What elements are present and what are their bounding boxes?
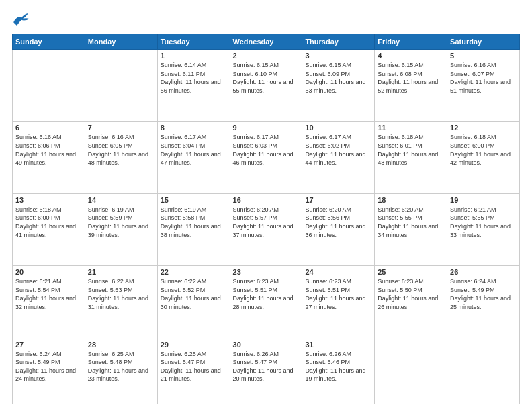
- day-info: Sunrise: 6:26 AM Sunset: 5:47 PM Dayligh…: [233, 350, 300, 383]
- day-number: 28: [88, 340, 154, 349]
- day-number: 11: [378, 124, 444, 132]
- calendar-day-header: Wednesday: [230, 34, 302, 50]
- calendar-day-header: Saturday: [447, 34, 520, 50]
- day-number: 2: [233, 52, 300, 60]
- calendar-cell: 30Sunrise: 6:26 AM Sunset: 5:47 PM Dayli…: [230, 338, 302, 404]
- day-info: Sunrise: 6:19 AM Sunset: 5:58 PM Dayligh…: [161, 205, 227, 239]
- calendar-table: SundayMondayTuesdayWednesdayThursdayFrid…: [12, 34, 520, 404]
- day-number: 23: [233, 268, 300, 276]
- calendar-cell: [85, 50, 157, 122]
- day-number: 29: [161, 340, 227, 349]
- day-number: 15: [161, 196, 227, 204]
- day-info: Sunrise: 6:17 AM Sunset: 6:04 PM Dayligh…: [161, 133, 227, 167]
- calendar-cell: 23Sunrise: 6:23 AM Sunset: 5:51 PM Dayli…: [230, 266, 302, 338]
- day-info: Sunrise: 6:20 AM Sunset: 5:57 PM Dayligh…: [233, 205, 300, 239]
- day-info: Sunrise: 6:15 AM Sunset: 6:09 PM Dayligh…: [305, 61, 371, 95]
- calendar-cell: 11Sunrise: 6:18 AM Sunset: 6:01 PM Dayli…: [375, 122, 447, 193]
- calendar-cell: 6Sunrise: 6:16 AM Sunset: 6:06 PM Daylig…: [13, 122, 85, 193]
- calendar-cell: 17Sunrise: 6:20 AM Sunset: 5:56 PM Dayli…: [302, 193, 375, 265]
- calendar-day-header: Sunday: [13, 34, 85, 50]
- calendar-cell: 15Sunrise: 6:19 AM Sunset: 5:58 PM Dayli…: [157, 193, 230, 265]
- calendar-cell: 28Sunrise: 6:25 AM Sunset: 5:48 PM Dayli…: [85, 338, 157, 404]
- day-number: 5: [450, 52, 517, 60]
- calendar-cell: 2Sunrise: 6:15 AM Sunset: 6:10 PM Daylig…: [230, 50, 302, 122]
- day-number: 30: [233, 340, 300, 349]
- calendar-cell: 4Sunrise: 6:15 AM Sunset: 6:08 PM Daylig…: [375, 50, 447, 122]
- header: [12, 12, 520, 27]
- day-number: 10: [305, 124, 371, 132]
- day-info: Sunrise: 6:17 AM Sunset: 6:02 PM Dayligh…: [305, 133, 371, 167]
- day-number: 16: [233, 196, 300, 204]
- day-number: 18: [378, 196, 444, 204]
- calendar-week-row: 27Sunrise: 6:24 AM Sunset: 5:49 PM Dayli…: [13, 338, 520, 404]
- day-number: 22: [161, 268, 227, 276]
- calendar-cell: 20Sunrise: 6:21 AM Sunset: 5:54 PM Dayli…: [13, 266, 85, 338]
- day-info: Sunrise: 6:15 AM Sunset: 6:08 PM Dayligh…: [378, 61, 444, 95]
- day-number: 27: [15, 340, 82, 349]
- day-info: Sunrise: 6:20 AM Sunset: 5:56 PM Dayligh…: [305, 205, 371, 239]
- day-info: Sunrise: 6:18 AM Sunset: 6:00 PM Dayligh…: [15, 205, 82, 239]
- calendar-week-row: 20Sunrise: 6:21 AM Sunset: 5:54 PM Dayli…: [13, 266, 520, 338]
- day-info: Sunrise: 6:21 AM Sunset: 5:55 PM Dayligh…: [450, 205, 517, 239]
- calendar-cell: 8Sunrise: 6:17 AM Sunset: 6:04 PM Daylig…: [157, 122, 230, 193]
- calendar-cell: 5Sunrise: 6:16 AM Sunset: 6:07 PM Daylig…: [447, 50, 520, 122]
- calendar-cell: 26Sunrise: 6:24 AM Sunset: 5:49 PM Dayli…: [447, 266, 520, 338]
- day-info: Sunrise: 6:22 AM Sunset: 5:53 PM Dayligh…: [88, 277, 154, 311]
- day-info: Sunrise: 6:19 AM Sunset: 5:59 PM Dayligh…: [88, 205, 154, 239]
- day-info: Sunrise: 6:23 AM Sunset: 5:51 PM Dayligh…: [233, 277, 300, 311]
- day-number: 9: [233, 124, 300, 132]
- day-number: 14: [88, 196, 154, 204]
- day-number: 3: [305, 52, 371, 60]
- day-info: Sunrise: 6:26 AM Sunset: 5:46 PM Dayligh…: [305, 350, 371, 383]
- day-info: Sunrise: 6:24 AM Sunset: 5:49 PM Dayligh…: [15, 350, 82, 383]
- day-info: Sunrise: 6:23 AM Sunset: 5:51 PM Dayligh…: [305, 277, 371, 311]
- calendar-cell: 7Sunrise: 6:16 AM Sunset: 6:05 PM Daylig…: [85, 122, 157, 193]
- day-number: 4: [378, 52, 444, 60]
- calendar-cell: 18Sunrise: 6:20 AM Sunset: 5:55 PM Dayli…: [375, 193, 447, 265]
- calendar-cell: 24Sunrise: 6:23 AM Sunset: 5:51 PM Dayli…: [302, 266, 375, 338]
- logo-icon: [12, 12, 31, 27]
- calendar-week-row: 1Sunrise: 6:14 AM Sunset: 6:11 PM Daylig…: [13, 50, 520, 122]
- calendar-cell: 25Sunrise: 6:23 AM Sunset: 5:50 PM Dayli…: [375, 266, 447, 338]
- calendar-cell: 27Sunrise: 6:24 AM Sunset: 5:49 PM Dayli…: [13, 338, 85, 404]
- calendar-cell: 29Sunrise: 6:25 AM Sunset: 5:47 PM Dayli…: [157, 338, 230, 404]
- calendar-week-row: 6Sunrise: 6:16 AM Sunset: 6:06 PM Daylig…: [13, 122, 520, 193]
- day-number: 12: [450, 124, 517, 132]
- day-info: Sunrise: 6:21 AM Sunset: 5:54 PM Dayligh…: [15, 277, 82, 311]
- calendar-cell: 3Sunrise: 6:15 AM Sunset: 6:09 PM Daylig…: [302, 50, 375, 122]
- day-info: Sunrise: 6:20 AM Sunset: 5:55 PM Dayligh…: [378, 205, 444, 239]
- day-info: Sunrise: 6:25 AM Sunset: 5:47 PM Dayligh…: [161, 350, 227, 383]
- calendar-header-row: SundayMondayTuesdayWednesdayThursdayFrid…: [13, 34, 520, 50]
- calendar-cell: 14Sunrise: 6:19 AM Sunset: 5:59 PM Dayli…: [85, 193, 157, 265]
- calendar-cell: 1Sunrise: 6:14 AM Sunset: 6:11 PM Daylig…: [157, 50, 230, 122]
- day-number: 7: [88, 124, 154, 132]
- day-info: Sunrise: 6:15 AM Sunset: 6:10 PM Dayligh…: [233, 61, 300, 95]
- calendar-cell: 9Sunrise: 6:17 AM Sunset: 6:03 PM Daylig…: [230, 122, 302, 193]
- calendar-cell: 16Sunrise: 6:20 AM Sunset: 5:57 PM Dayli…: [230, 193, 302, 265]
- calendar-cell: 13Sunrise: 6:18 AM Sunset: 6:00 PM Dayli…: [13, 193, 85, 265]
- day-info: Sunrise: 6:17 AM Sunset: 6:03 PM Dayligh…: [233, 133, 300, 167]
- day-number: 1: [161, 52, 227, 60]
- calendar-week-row: 13Sunrise: 6:18 AM Sunset: 6:00 PM Dayli…: [13, 193, 520, 265]
- day-number: 6: [15, 124, 82, 132]
- day-number: 31: [305, 340, 371, 349]
- calendar-day-header: Monday: [85, 34, 157, 50]
- day-number: 17: [305, 196, 371, 204]
- day-info: Sunrise: 6:23 AM Sunset: 5:50 PM Dayligh…: [378, 277, 444, 311]
- calendar-cell: 22Sunrise: 6:22 AM Sunset: 5:52 PM Dayli…: [157, 266, 230, 338]
- calendar-cell: 12Sunrise: 6:18 AM Sunset: 6:00 PM Dayli…: [447, 122, 520, 193]
- day-number: 13: [15, 196, 82, 204]
- day-number: 21: [88, 268, 154, 276]
- day-info: Sunrise: 6:14 AM Sunset: 6:11 PM Dayligh…: [161, 61, 227, 95]
- day-info: Sunrise: 6:24 AM Sunset: 5:49 PM Dayligh…: [450, 277, 517, 311]
- calendar-cell: 31Sunrise: 6:26 AM Sunset: 5:46 PM Dayli…: [302, 338, 375, 404]
- calendar-day-header: Thursday: [302, 34, 375, 50]
- day-info: Sunrise: 6:18 AM Sunset: 6:01 PM Dayligh…: [378, 133, 444, 167]
- calendar-cell: [13, 50, 85, 122]
- calendar-cell: 19Sunrise: 6:21 AM Sunset: 5:55 PM Dayli…: [447, 193, 520, 265]
- day-info: Sunrise: 6:25 AM Sunset: 5:48 PM Dayligh…: [88, 350, 154, 383]
- day-info: Sunrise: 6:16 AM Sunset: 6:06 PM Dayligh…: [15, 133, 82, 167]
- calendar-cell: [447, 338, 520, 404]
- day-info: Sunrise: 6:22 AM Sunset: 5:52 PM Dayligh…: [161, 277, 227, 311]
- calendar-cell: [375, 338, 447, 404]
